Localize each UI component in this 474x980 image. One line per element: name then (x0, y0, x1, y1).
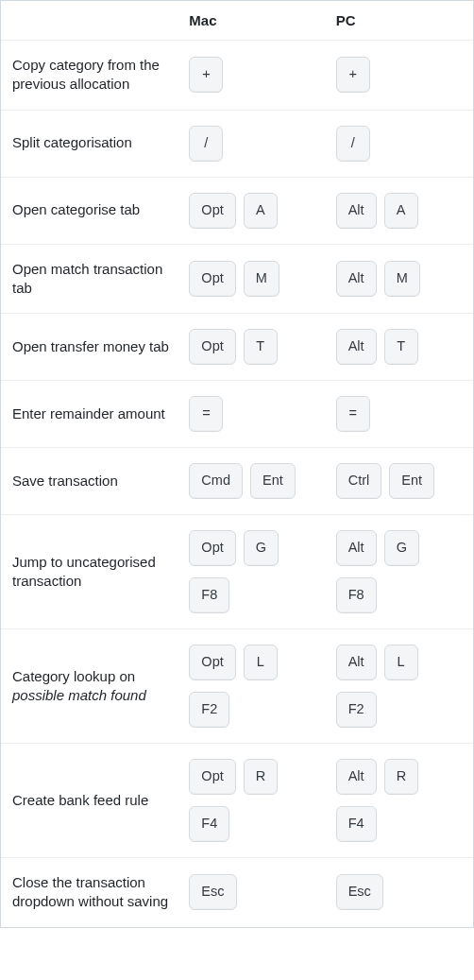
keycap: M (384, 261, 420, 297)
key-combo: F2 (336, 692, 464, 728)
keycap: R (384, 759, 418, 795)
keycap: F8 (336, 577, 377, 613)
shortcut-description: Copy category from the previous allocati… (1, 41, 179, 111)
keycap: T (384, 329, 418, 365)
keycap: T (244, 329, 278, 365)
key-combo: AltL (336, 645, 464, 680)
keycap: A (244, 193, 278, 229)
shortcut-description: Open match transaction tab (1, 244, 179, 314)
keycap: R (244, 759, 278, 795)
keycap: + (336, 57, 370, 93)
keycap: Esc (336, 874, 383, 910)
key-combo: Esc (189, 874, 316, 910)
keycap: Opt (189, 193, 235, 229)
key-cell-mac: CmdEnt (179, 448, 326, 515)
keycap: + (189, 57, 223, 93)
key-combo: AltR (336, 759, 464, 795)
table-row: Open transfer money tabOptTAltT (1, 314, 473, 381)
key-cell-mac: OptA (179, 177, 326, 244)
key-combo: Esc (336, 874, 464, 910)
key-cell-mac: OptGF8 (179, 515, 326, 629)
key-combo: OptG (189, 530, 316, 566)
key-cell-mac: OptT (179, 314, 326, 381)
shortcut-description: Save transaction (1, 448, 179, 515)
keycap: Ent (389, 463, 434, 499)
keycap: Alt (336, 530, 377, 566)
key-combo: = (189, 396, 316, 432)
key-combo: OptM (189, 261, 316, 297)
key-combo: / (189, 126, 316, 162)
table-row: Enter remainder amount== (1, 381, 473, 448)
key-combo: AltM (336, 261, 464, 297)
table-row: Close the transaction dropdown without s… (1, 858, 473, 927)
key-cell-pc: AltGF8 (327, 515, 473, 629)
table-row: Create bank feed ruleOptRF4AltRF4 (1, 744, 473, 858)
key-combo: CmdEnt (189, 463, 316, 499)
key-cell-pc: AltT (327, 314, 473, 381)
keycap: F8 (189, 577, 229, 613)
key-combo: AltG (336, 530, 464, 566)
key-cell-pc: = (327, 381, 473, 448)
shortcut-description: Jump to uncategorised transaction (1, 515, 179, 629)
shortcut-description: Split categorisation (1, 110, 179, 177)
keycap: / (336, 126, 370, 162)
key-cell-pc: AltLF2 (327, 629, 473, 744)
key-combo: + (189, 57, 316, 93)
table-row: Category lookup on possible match foundO… (1, 629, 473, 744)
keycap: Opt (189, 261, 235, 297)
key-cell-pc: Esc (327, 858, 473, 927)
keycap: Esc (189, 874, 236, 910)
shortcut-description: Create bank feed rule (1, 744, 179, 858)
keycap: Opt (189, 329, 235, 365)
keycap: F2 (189, 692, 229, 728)
table-row: Jump to uncategorised transactionOptGF8A… (1, 515, 473, 629)
key-cell-mac: Esc (179, 858, 326, 927)
key-cell-mac: OptM (179, 244, 326, 314)
key-combo: AltT (336, 329, 464, 365)
keycap: Alt (336, 759, 377, 795)
key-combo: OptA (189, 193, 316, 229)
key-combo: F4 (336, 806, 464, 842)
keycap: L (244, 645, 278, 680)
keycap: M (244, 261, 279, 297)
shortcut-description: Category lookup on possible match found (1, 629, 179, 744)
table-row: Open match transaction tabOptMAltM (1, 244, 473, 314)
key-cell-mac: + (179, 41, 326, 111)
key-combo: F8 (336, 577, 464, 613)
keycap: Cmd (189, 463, 243, 499)
header-pc: PC (327, 1, 473, 41)
keycap: F4 (189, 806, 229, 842)
shortcut-description: Enter remainder amount (1, 381, 179, 448)
key-cell-pc: / (327, 110, 473, 177)
keycap: Opt (189, 759, 235, 795)
keycap: A (384, 193, 418, 229)
keycap: L (384, 645, 418, 680)
key-combo: + (336, 57, 464, 93)
shortcut-description: Open categorise tab (1, 177, 179, 244)
header-blank (1, 1, 179, 41)
keycap: G (244, 530, 279, 566)
keycap: Alt (336, 329, 377, 365)
table-row: Split categorisation// (1, 110, 473, 177)
key-combo: F4 (189, 806, 316, 842)
key-combo: CtrlEnt (336, 463, 464, 499)
keycap: F2 (336, 692, 377, 728)
key-cell-pc: CtrlEnt (327, 448, 473, 515)
key-combo: OptR (189, 759, 316, 795)
key-combo: F2 (189, 692, 316, 728)
key-cell-pc: + (327, 41, 473, 111)
keycap: Opt (189, 645, 235, 680)
keycap: F4 (336, 806, 377, 842)
key-combo: OptT (189, 329, 316, 365)
key-combo: AltA (336, 193, 464, 229)
keycap: Alt (336, 645, 377, 680)
keycap: / (189, 126, 223, 162)
keycap: = (189, 396, 223, 432)
keycap: Alt (336, 261, 377, 297)
keycap: Alt (336, 193, 377, 229)
keycap: Ent (250, 463, 296, 499)
shortcut-description: Close the transaction dropdown without s… (1, 858, 179, 927)
key-cell-mac: = (179, 381, 326, 448)
key-combo: / (336, 126, 464, 162)
key-cell-pc: AltM (327, 244, 473, 314)
